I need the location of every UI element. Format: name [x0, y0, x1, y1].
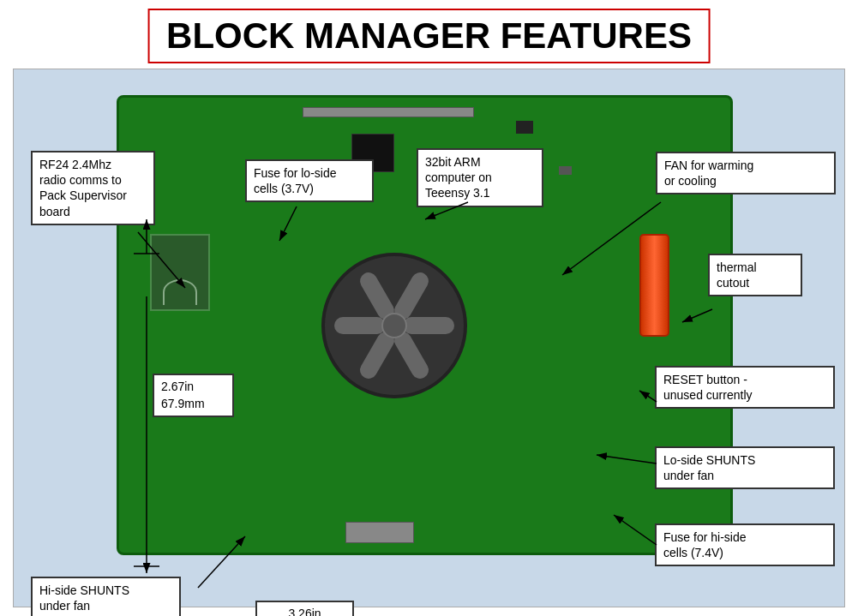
- board-image-area: RF24 2.4Mhz radio comms to Pack Supervis…: [13, 69, 845, 607]
- smd2: [559, 166, 572, 175]
- dimension-width: 3.26in 82.9mm: [255, 601, 354, 616]
- header-row: [303, 107, 474, 117]
- capacitor: [639, 234, 669, 337]
- header-pins: [345, 522, 414, 543]
- label-thermal: thermal cutout: [708, 254, 802, 296]
- label-arm-cpu: 32bit ARM computer on Teeensy 3.1: [417, 148, 543, 207]
- page-title: BLOCK MANAGER FEATURES: [147, 9, 711, 63]
- label-fuse-lo: Fuse for lo-side cells (3.7V): [245, 159, 374, 202]
- smd1: [516, 121, 533, 134]
- radio-module: [150, 234, 210, 311]
- label-hi-shunts: Hi-side SHUNTS under fan: [31, 577, 181, 616]
- dimension-height: 2.67in 67.9mm: [153, 374, 234, 417]
- label-rf24: RF24 2.4Mhz radio comms to Pack Supervis…: [31, 151, 155, 225]
- label-fuse-hi: Fuse for hi-side cells (7.4V): [655, 523, 835, 566]
- label-lo-shunts: Lo-side SHUNTS under fan: [655, 446, 835, 489]
- fan-center: [381, 313, 407, 338]
- label-fan: FAN for warming or cooling: [656, 152, 836, 194]
- label-reset: RESET button - unused currently: [655, 366, 835, 409]
- fan-component: [321, 253, 467, 398]
